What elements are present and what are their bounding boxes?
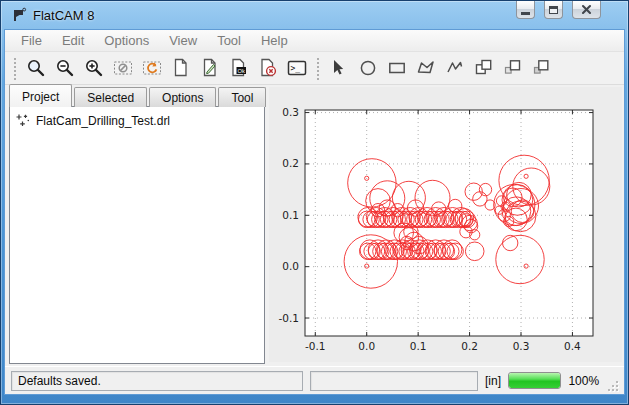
- window-controls: [516, 1, 601, 19]
- delete-object-icon: [258, 58, 278, 78]
- client-area: FileEditOptionsViewToolHelp Ok>_ Project…: [4, 29, 625, 395]
- zoom-fit-icon: [26, 58, 46, 78]
- replot-icon: [142, 58, 162, 78]
- draw-polyline-icon: [445, 58, 465, 78]
- copy-geometry-button[interactable]: [470, 55, 497, 82]
- svg-text:0.0: 0.0: [282, 260, 299, 272]
- draw-rectangle-icon: [387, 58, 407, 78]
- clear-plot-icon: [113, 58, 133, 78]
- toolbar-handle[interactable]: [315, 56, 320, 80]
- close-button[interactable]: [572, 1, 601, 19]
- maximize-icon: [549, 6, 558, 14]
- svg-text:0.0: 0.0: [358, 340, 375, 352]
- menu-item-file[interactable]: File: [11, 31, 52, 50]
- draw-polygon-button[interactable]: [412, 55, 439, 82]
- menu-item-view[interactable]: View: [159, 31, 207, 50]
- tab-options[interactable]: Options: [149, 87, 216, 107]
- zoom-out-icon: [55, 58, 75, 78]
- tree-item[interactable]: FlatCam_Drilling_Test.drl: [12, 111, 262, 130]
- clear-plot-button[interactable]: [109, 55, 136, 82]
- svg-text:-0.1: -0.1: [305, 340, 326, 352]
- move-geometry-button[interactable]: [499, 55, 526, 82]
- new-project-button[interactable]: [167, 55, 194, 82]
- status-message: Defaults saved.: [11, 371, 303, 391]
- app-window: FlatCAM 8 FileEditOptionsViewToolHelp Ok…: [0, 0, 629, 405]
- menu-item-tool[interactable]: Tool: [207, 31, 251, 50]
- tree-item-label: FlatCam_Drilling_Test.drl: [36, 114, 170, 128]
- svg-text:Ok: Ok: [237, 68, 245, 74]
- close-icon: [581, 4, 592, 15]
- select-arrow-icon: [329, 58, 349, 78]
- draw-polygon-icon: [416, 58, 436, 78]
- draw-rectangle-button[interactable]: [383, 55, 410, 82]
- new-project-icon: [171, 58, 191, 78]
- svg-text:0.4: 0.4: [564, 340, 581, 352]
- menu-item-help[interactable]: Help: [251, 31, 298, 50]
- svg-text:0.2: 0.2: [282, 157, 299, 169]
- paste-geometry-icon: [532, 58, 552, 78]
- svg-text:0.1: 0.1: [282, 209, 299, 221]
- zoom-in-icon: [84, 58, 104, 78]
- open-project-button[interactable]: [196, 55, 223, 82]
- main-area: ProjectSelectedOptionsTool FlatCam_Drill…: [5, 85, 624, 366]
- svg-text:-0.1: -0.1: [279, 312, 300, 324]
- toolbar-handle[interactable]: [12, 56, 17, 80]
- draw-polyline-button[interactable]: [441, 55, 468, 82]
- open-project-icon: [200, 58, 220, 78]
- replot-button[interactable]: [138, 55, 165, 82]
- select-arrow-button[interactable]: [325, 55, 352, 82]
- status-secondary: [310, 371, 478, 391]
- drill-file-icon: [16, 113, 31, 128]
- move-geometry-icon: [503, 58, 523, 78]
- paste-geometry-button[interactable]: [528, 55, 555, 82]
- svg-text:>_: >_: [290, 64, 300, 73]
- toolbar: Ok>_: [5, 52, 624, 85]
- progress-bar: [508, 372, 561, 389]
- command-shell-button[interactable]: >_: [283, 55, 310, 82]
- copy-geometry-icon: [474, 58, 494, 78]
- tab-bar: ProjectSelectedOptionsTool: [9, 85, 265, 107]
- progress-fill: [509, 373, 560, 388]
- zoom-in-button[interactable]: [80, 55, 107, 82]
- menu-item-edit[interactable]: Edit: [52, 31, 94, 50]
- draw-circle-button[interactable]: [354, 55, 381, 82]
- plot-canvas[interactable]: -0.10.00.10.20.30.4-0.10.00.10.20.3: [269, 87, 622, 362]
- app-icon: [11, 7, 27, 23]
- plot-figure[interactable]: -0.10.00.10.20.30.4-0.10.00.10.20.3: [269, 87, 622, 362]
- window-title: FlatCAM 8: [33, 8, 94, 23]
- tab-project[interactable]: Project: [9, 84, 72, 107]
- tab-tool[interactable]: Tool: [218, 87, 266, 107]
- svg-text:0.1: 0.1: [410, 340, 427, 352]
- resize-grip[interactable]: [606, 379, 618, 391]
- menu-bar: FileEditOptionsViewToolHelp: [5, 30, 624, 52]
- zoom-fit-button[interactable]: [22, 55, 49, 82]
- units-label: [in]: [485, 374, 501, 388]
- left-panel: ProjectSelectedOptionsTool FlatCam_Drill…: [5, 85, 265, 366]
- svg-text:0.3: 0.3: [513, 340, 530, 352]
- project-tree[interactable]: FlatCam_Drilling_Test.drl: [9, 106, 265, 364]
- tab-selected[interactable]: Selected: [74, 87, 147, 107]
- menu-item-options[interactable]: Options: [94, 31, 159, 50]
- command-shell-icon: >_: [287, 58, 307, 78]
- save-ok-icon: Ok: [229, 58, 249, 78]
- minimize-button[interactable]: [516, 1, 535, 19]
- save-ok-button[interactable]: Ok: [225, 55, 252, 82]
- progress-percent: 100%: [568, 374, 599, 388]
- svg-text:0.2: 0.2: [461, 340, 478, 352]
- svg-text:0.3: 0.3: [282, 106, 299, 118]
- status-bar: Defaults saved. [in] 100%: [5, 366, 624, 394]
- title-bar[interactable]: FlatCAM 8: [1, 1, 628, 29]
- maximize-button[interactable]: [544, 1, 563, 19]
- delete-object-button[interactable]: [254, 55, 281, 82]
- minimize-icon: [521, 12, 530, 15]
- zoom-out-button[interactable]: [51, 55, 78, 82]
- draw-circle-icon: [358, 58, 378, 78]
